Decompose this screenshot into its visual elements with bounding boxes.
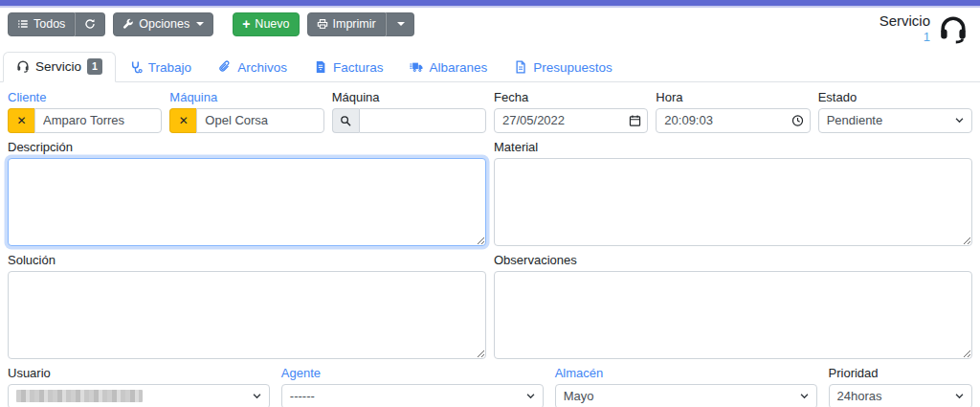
field-usuario: Usuario (8, 366, 270, 407)
maquina-clear-button[interactable]: ✕ (169, 108, 196, 133)
field-descripcion: Descripción (8, 140, 486, 246)
field-maquina-buscar: Máquina (332, 90, 486, 133)
solucion-label: Solución (8, 253, 486, 267)
nuevo-button[interactable]: + Nuevo (233, 12, 299, 36)
refresh-icon (84, 18, 96, 30)
form-row-descripcion-material: Descripción Material (8, 140, 972, 246)
chevron-down-icon (954, 391, 965, 401)
observaciones-textarea[interactable] (494, 271, 972, 359)
maquina-buscar-label: Máquina (332, 90, 486, 104)
agente-select[interactable]: ------ (281, 384, 544, 407)
maquina-buscar-input[interactable] (359, 108, 486, 133)
field-maquina: Máquina ✕ (169, 90, 323, 133)
usuario-select[interactable] (8, 384, 270, 407)
form-row-bottom: Usuario Agente ------ Almacén Mayo Prior… (8, 366, 972, 407)
todos-label: Todos (33, 18, 65, 31)
observaciones-label: Observaciones (494, 253, 972, 267)
material-textarea[interactable] (494, 158, 972, 246)
maquina-input[interactable] (196, 108, 323, 133)
maquina-search-button[interactable] (332, 108, 359, 133)
paperclip-icon (218, 60, 232, 74)
tab-trabajo[interactable]: Trabajo (116, 54, 205, 82)
document-icon (514, 60, 527, 74)
record-count: 1 (880, 30, 930, 44)
chevron-down-icon (525, 391, 536, 401)
tab-albaranes[interactable]: Albaranes (396, 54, 501, 82)
estado-select[interactable]: Pendiente (818, 108, 972, 133)
tab-servicio-label: Servicio (35, 59, 81, 74)
brand-text: Servicio 1 (880, 12, 930, 44)
invoice-icon (314, 60, 327, 74)
search-icon (340, 115, 351, 126)
todos-button[interactable]: Todos (8, 12, 75, 36)
fecha-input[interactable] (494, 108, 648, 133)
field-prioridad: Prioridad 24horas (829, 366, 972, 407)
form-row-top: Cliente ✕ Máquina ✕ Máquina Fecha (8, 90, 972, 133)
solucion-textarea[interactable] (8, 271, 486, 359)
field-solucion: Solución (8, 253, 486, 359)
agente-label[interactable]: Agente (281, 366, 544, 380)
tab-bar: Servicio 1 Trabajo Archivos Facturas Alb… (0, 52, 980, 82)
cliente-label[interactable]: Cliente (8, 90, 162, 104)
field-fecha: Fecha (494, 90, 648, 133)
cliente-input[interactable] (34, 108, 162, 133)
field-cliente: Cliente ✕ (8, 90, 162, 133)
tab-servicio[interactable]: Servicio 1 (3, 52, 116, 82)
imprimir-dropdown-toggle[interactable] (386, 12, 414, 36)
caret-down-icon (196, 22, 204, 26)
todos-button-group: Todos (8, 12, 105, 36)
tab-archivos-label: Archivos (237, 60, 287, 75)
app-top-accent-bar (0, 0, 980, 8)
cliente-clear-button[interactable]: ✕ (8, 108, 34, 133)
list-icon (17, 18, 29, 30)
nuevo-label: Nuevo (255, 18, 289, 31)
hora-input[interactable] (656, 108, 810, 133)
tab-presupuestos[interactable]: Presupuestos (501, 54, 626, 82)
maquina-label[interactable]: Máquina (169, 90, 323, 104)
chevron-down-icon (799, 391, 810, 401)
almacen-select[interactable]: Mayo (555, 384, 817, 407)
estado-label: Estado (818, 90, 972, 104)
field-material: Material (494, 140, 972, 246)
tab-trabajo-label: Trabajo (148, 60, 191, 75)
opciones-dropdown-button[interactable]: Opciones (113, 12, 213, 36)
refresh-button[interactable] (75, 12, 105, 36)
field-almacen: Almacén Mayo (555, 366, 817, 407)
x-icon: ✕ (179, 114, 189, 127)
app-brand: Servicio 1 (880, 12, 970, 44)
opciones-label: Opciones (139, 18, 189, 31)
imprimir-button-group: Imprimir (307, 12, 414, 36)
descripcion-textarea[interactable] (8, 158, 486, 246)
prioridad-select[interactable]: 24horas (829, 384, 972, 407)
almacen-label[interactable]: Almacén (555, 366, 817, 380)
imprimir-label: Imprimir (333, 18, 376, 31)
service-form: Cliente ✕ Máquina ✕ Máquina Fecha (0, 82, 980, 407)
opciones-button-group: Opciones (113, 12, 213, 36)
calendar-icon[interactable] (629, 114, 641, 126)
form-row-solucion-observaciones: Solución Observaciones (8, 253, 972, 359)
printer-icon (317, 18, 328, 30)
toolbar: Todos Opciones + Nuevo Imprimir Servicio… (0, 8, 980, 44)
tab-archivos[interactable]: Archivos (205, 54, 301, 82)
tab-servicio-badge: 1 (87, 58, 102, 75)
agente-value: ------ (290, 389, 315, 403)
clock-icon[interactable] (791, 114, 804, 126)
x-icon: ✕ (16, 114, 26, 127)
caret-down-icon (397, 22, 405, 26)
imprimir-button[interactable]: Imprimir (307, 12, 386, 36)
material-label: Material (494, 140, 972, 154)
tab-presupuestos-label: Presupuestos (533, 60, 612, 75)
stethoscope-icon (129, 60, 143, 74)
tab-facturas[interactable]: Facturas (301, 54, 397, 82)
plus-icon: + (242, 19, 250, 29)
prioridad-value: 24horas (837, 389, 882, 403)
wrench-icon (122, 18, 134, 30)
truck-icon (410, 60, 423, 74)
field-estado: Estado Pendiente (818, 90, 972, 133)
headset-icon (16, 59, 30, 73)
chevron-down-icon (252, 391, 262, 401)
fecha-label: Fecha (494, 90, 648, 104)
prioridad-label: Prioridad (829, 366, 972, 380)
tab-facturas-label: Facturas (333, 60, 384, 75)
hora-label: Hora (656, 90, 810, 104)
